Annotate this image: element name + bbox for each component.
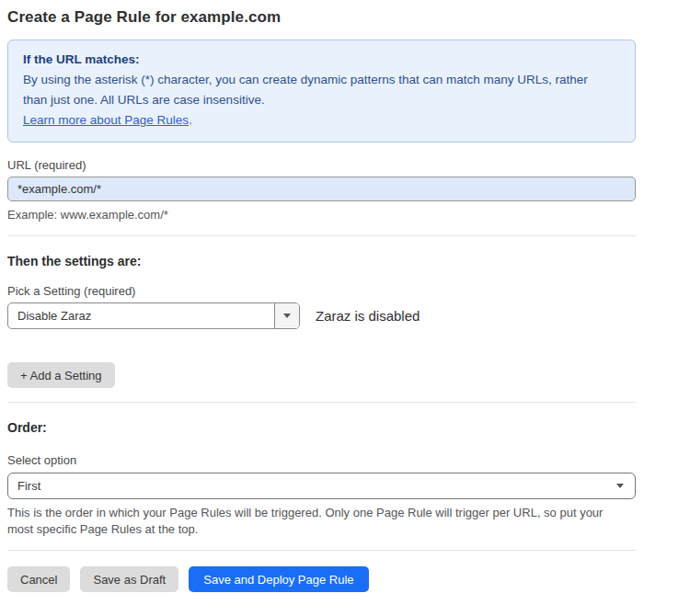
url-label: URL (required) bbox=[7, 158, 636, 172]
order-helper-text: This is the order in which your Page Rul… bbox=[7, 505, 631, 537]
info-box-body: By using the asterisk (*) character, you… bbox=[23, 70, 612, 110]
learn-more-link[interactable]: Learn more about Page Rules bbox=[23, 113, 189, 127]
order-select-value: First bbox=[17, 479, 616, 493]
setting-select-value: Disable Zaraz bbox=[8, 303, 274, 328]
setting-row: Disable Zaraz Zaraz is disabled bbox=[7, 302, 636, 329]
url-match-info-box: If the URL matches: By using the asteris… bbox=[7, 40, 636, 143]
order-heading: Order: bbox=[7, 420, 636, 435]
divider bbox=[7, 235, 636, 236]
link-suffix: . bbox=[189, 113, 192, 127]
order-select[interactable]: First bbox=[7, 473, 636, 499]
save-deploy-button[interactable]: Save and Deploy Page Rule bbox=[189, 566, 368, 592]
chevron-down-icon bbox=[616, 484, 624, 488]
page-rule-form: Create a Page Rule for example.com If th… bbox=[7, 0, 636, 592]
url-input[interactable] bbox=[7, 177, 636, 201]
save-draft-button[interactable]: Save as Draft bbox=[80, 566, 178, 592]
divider bbox=[7, 402, 636, 403]
setting-status-text: Zaraz is disabled bbox=[316, 308, 420, 324]
cancel-button[interactable]: Cancel bbox=[7, 566, 70, 592]
page-title: Create a Page Rule for example.com bbox=[7, 8, 636, 27]
info-box-link-line: Learn more about Page Rules. bbox=[23, 110, 620, 131]
setting-select-arrow-button[interactable] bbox=[274, 303, 299, 328]
setting-select[interactable]: Disable Zaraz bbox=[7, 302, 300, 329]
divider bbox=[7, 550, 636, 551]
pick-setting-label: Pick a Setting (required) bbox=[7, 284, 636, 298]
settings-heading: Then the settings are: bbox=[7, 254, 636, 268]
order-select-label: Select option bbox=[7, 453, 636, 467]
info-box-heading: If the URL matches: bbox=[23, 50, 620, 70]
add-setting-button[interactable]: + Add a Setting bbox=[7, 362, 115, 388]
chevron-down-icon bbox=[283, 314, 291, 318]
form-footer: Cancel Save as Draft Save and Deploy Pag… bbox=[7, 566, 636, 592]
url-example-helper: Example: www.example.com/* bbox=[7, 207, 636, 222]
